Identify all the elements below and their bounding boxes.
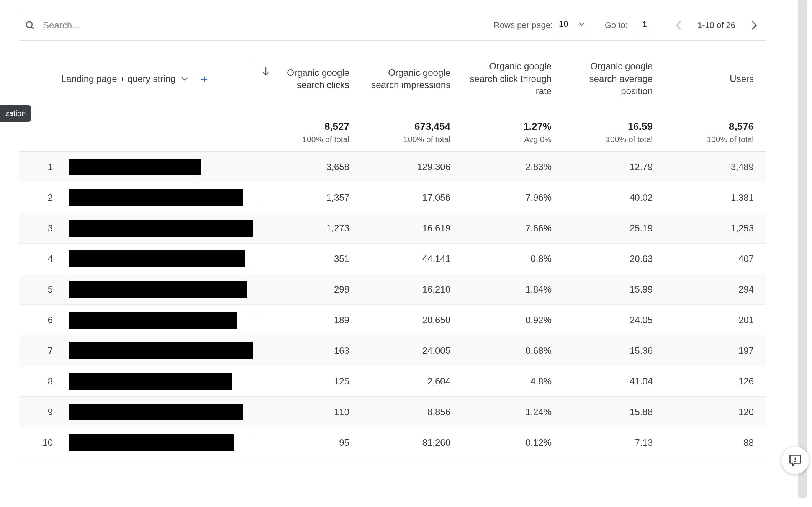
table-row[interactable]: 109581,2600.12%7.1388 <box>19 427 766 458</box>
total-sublabel: 100% of total <box>357 135 450 144</box>
total-value: 8,576 <box>660 121 754 132</box>
total-value: 673,454 <box>357 121 450 132</box>
metric-cell: 1,253 <box>660 223 761 234</box>
metric-cell: 16,210 <box>357 284 458 295</box>
metric-cell: 15.99 <box>559 284 660 295</box>
metric-cell: 12.79 <box>559 162 660 172</box>
metric-cell: 2,604 <box>357 376 458 387</box>
column-header-label: Organic google search average position <box>589 61 653 96</box>
table-row[interactable]: 435144,1410.8%20.63407 <box>19 244 766 274</box>
row-index: 6 <box>19 315 69 325</box>
metric-cell: 7.96% <box>458 192 559 203</box>
metric-cell: 4.8% <box>458 376 559 387</box>
column-header-avg-position[interactable]: Organic google search average position <box>559 53 660 104</box>
metric-cell: 7.13 <box>559 437 660 448</box>
column-header-label: Organic google search clicks <box>287 67 349 90</box>
redacted-dimension-value <box>69 404 243 420</box>
column-header-label: Organic google search click through rate <box>470 61 552 96</box>
metric-cell: 17,056 <box>357 192 458 203</box>
metric-cell: 1.24% <box>458 407 559 417</box>
metric-cell: 110 <box>256 407 357 417</box>
search-icon[interactable] <box>23 18 37 32</box>
metric-cell: 25.19 <box>559 223 660 234</box>
metric-cell: 20.63 <box>559 254 660 264</box>
metric-cell: 95 <box>256 437 357 448</box>
goto-input[interactable] <box>632 19 657 31</box>
table-row[interactable]: 716324,0050.68%15.36197 <box>19 335 766 366</box>
sort-descending-icon <box>262 67 270 77</box>
table-row[interactable]: 21,35717,0567.96%40.021,381 <box>19 182 766 213</box>
dimension-picker[interactable]: Landing page + query string <box>61 74 175 84</box>
column-header-label: Users <box>730 74 754 85</box>
row-index: 9 <box>19 407 69 417</box>
row-index: 5 <box>19 284 69 295</box>
next-page-button[interactable] <box>745 17 762 34</box>
metric-cell: 0.12% <box>458 437 559 448</box>
prev-page-button[interactable] <box>671 17 688 34</box>
metric-cell: 15.88 <box>559 407 660 417</box>
metric-cell: 1,357 <box>256 192 357 203</box>
metric-cell: 81,260 <box>357 437 458 448</box>
redacted-dimension-value <box>69 189 243 206</box>
metric-cell: 197 <box>660 345 761 356</box>
chevron-right-icon <box>750 20 758 31</box>
metric-cell: 189 <box>256 315 357 325</box>
metric-cell: 0.92% <box>458 315 559 325</box>
metric-cell: 8,856 <box>357 407 458 417</box>
metric-cell: 351 <box>256 254 357 264</box>
rows-per-page-label: Rows per page: <box>494 20 553 30</box>
table-row[interactable]: 529816,2101.84%15.99294 <box>19 274 766 305</box>
goto-label: Go to: <box>605 20 628 30</box>
chevron-left-icon <box>675 20 683 31</box>
row-index: 10 <box>19 437 69 448</box>
feedback-button[interactable] <box>781 446 809 474</box>
metric-cell: 24,005 <box>357 345 458 356</box>
redacted-dimension-value <box>69 159 201 175</box>
metric-cell: 3,658 <box>256 162 357 172</box>
redacted-dimension-value <box>69 220 253 237</box>
add-dimension-button[interactable]: ＋ <box>194 71 210 87</box>
table-row[interactable]: 31,27316,6197.66%25.191,253 <box>19 213 766 244</box>
metric-cell: 2.83% <box>458 162 559 172</box>
redacted-dimension-value <box>69 281 247 298</box>
metric-cell: 126 <box>660 376 761 387</box>
vertical-scrollbar-thumb[interactable] <box>798 0 807 498</box>
metric-cell: 125 <box>256 376 357 387</box>
rows-per-page-select[interactable]: 10 <box>557 19 590 31</box>
metric-cell: 201 <box>660 315 761 325</box>
table-row[interactable]: 91108,8561.24%15.88120 <box>19 397 766 427</box>
svg-line-1 <box>31 26 34 29</box>
metric-cell: 0.8% <box>458 254 559 264</box>
metric-cell: 20,650 <box>357 315 458 325</box>
column-header-clicks[interactable]: Organic google search clicks <box>256 60 357 98</box>
caret-down-icon <box>579 22 585 26</box>
metric-cell: 7.66% <box>458 223 559 234</box>
column-header-ctr[interactable]: Organic google search click through rate <box>458 53 559 104</box>
table-totals-row: 8,527 100% of total 673,454 100% of tota… <box>19 117 766 152</box>
redacted-dimension-value <box>69 373 232 390</box>
metric-cell: 24.05 <box>559 315 660 325</box>
metric-cell: 41.04 <box>559 376 660 387</box>
metric-cell: 3,489 <box>660 162 761 172</box>
row-index: 1 <box>19 162 69 172</box>
search-input[interactable] <box>42 20 157 31</box>
metric-cell: 15.36 <box>559 345 660 356</box>
metric-cell: 1,381 <box>660 192 761 203</box>
column-header-users[interactable]: Users <box>660 66 761 92</box>
row-index: 7 <box>19 345 69 356</box>
metric-cell: 407 <box>660 254 761 264</box>
total-sublabel: 100% of total <box>660 135 754 144</box>
rows-per-page-value: 10 <box>559 19 568 29</box>
table-row[interactable]: 13,658129,3062.83%12.793,489 <box>19 152 766 182</box>
table-row[interactable]: 81252,6044.8%41.04126 <box>19 366 766 397</box>
redacted-dimension-value <box>69 342 253 359</box>
column-header-impressions[interactable]: Organic google search impressions <box>357 60 458 98</box>
column-header-label: Organic google search impressions <box>371 67 450 90</box>
row-index: 8 <box>19 376 69 387</box>
caret-down-icon[interactable] <box>182 77 188 81</box>
metric-cell: 120 <box>660 407 761 417</box>
table-row[interactable]: 618920,6500.92%24.05201 <box>19 305 766 335</box>
metric-cell: 40.02 <box>559 192 660 203</box>
metric-cell: 129,306 <box>357 162 458 172</box>
total-sublabel: Avg 0% <box>458 135 552 144</box>
